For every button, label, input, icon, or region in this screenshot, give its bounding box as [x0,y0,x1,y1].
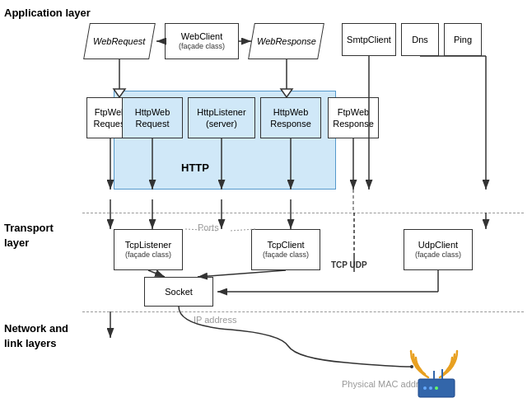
webclient-box: WebClient (façade class) [165,23,239,59]
ip-address-label: IP address [194,315,236,325]
tcplistener-box: TcpListener (façade class) [114,229,183,270]
ping-box: Ping [444,23,482,56]
tcp-udp-label: TCP UDP [331,260,367,269]
application-layer-label: Application layer [4,7,91,19]
httplistener-box: HttpListener (server) [188,97,255,138]
smtpclient-box: SmtpClient [342,23,396,56]
httpwebrequest-box: HttpWeb Request [122,97,183,138]
ftpwebresponse-box: FtpWeb Response [328,97,379,138]
udpclient-box: UdpClient (façade class) [404,229,473,270]
diagram: Application layer Transportlayer Network… [0,0,532,412]
webrequest-box: WebRequest [83,23,156,59]
dns-box: Dns [401,23,439,56]
svg-line-20 [148,270,165,277]
ports-label: Ports [198,222,219,232]
webresponse-box: WebResponse [248,23,324,59]
httpwebresponse-box: HttpWeb Response [260,97,321,138]
svg-point-35 [429,386,432,390]
svg-point-36 [435,386,438,390]
network-layer-label: Network andlink layers [4,321,68,351]
svg-point-34 [423,386,427,390]
http-label: HTTP [181,162,209,174]
divider-app-transport [82,213,524,213]
divider-transport-network [82,311,524,312]
tcpclient-box: TcpClient (façade class) [251,229,320,270]
router-icon [404,346,469,400]
transport-layer-label: Transportlayer [4,221,54,250]
svg-line-21 [198,270,286,277]
socket-box: Socket [144,277,213,307]
